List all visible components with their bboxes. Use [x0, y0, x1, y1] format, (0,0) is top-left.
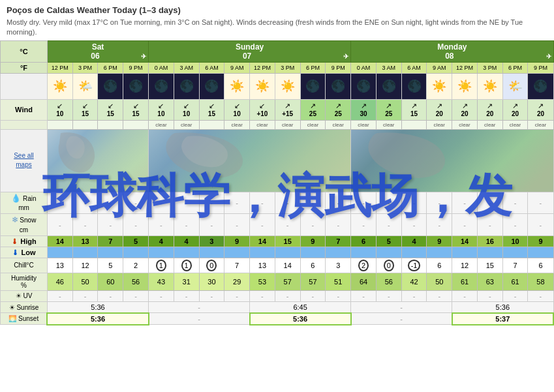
humidity-label: Humidity% — [1, 273, 48, 290]
time-mon-7: 6 PM — [502, 62, 528, 73]
weather-icons-row: ☀️ 🌤️ 🌑 🌑 🌑 🌑 🌑 ☀️ ☀️ ☀️ 🌑 🌑 🌑 🌑 🌑 ☀️ ☀️… — [1, 73, 554, 99]
weather-table: °C Sat06 ✈ Sunday07 ✈ Monday08 ✈ °F 12 P… — [0, 40, 554, 325]
see-all-maps[interactable]: See allmaps — [1, 129, 48, 192]
fahrenheit-unit[interactable]: °F — [1, 62, 48, 73]
time-sun-7: 6 PM — [300, 62, 326, 73]
time-sun-5: 12 PM — [250, 62, 275, 73]
rain-row: 💧 Rainmm - - - - - - - - - - - - - - - -… — [1, 192, 554, 214]
time-mon-2: 3 AM — [376, 62, 401, 73]
chill-row: Chill°C 13 12 5 2 1 1 0 7 13 14 6 3 2 0 … — [1, 258, 554, 273]
sunrise-label: ☀ Sunrise — [1, 301, 48, 313]
time-sat-1: 12 PM — [47, 62, 72, 73]
day-header-row: °C Sat06 ✈ Sunday07 ✈ Monday08 ✈ — [1, 40, 554, 62]
wind-desc-row: clear clear clear clear clear clear clea… — [1, 120, 554, 129]
map-row: See allmaps — [1, 129, 554, 192]
icons-label — [1, 73, 48, 99]
sat-header: Sat06 ✈ — [47, 40, 148, 62]
sunrise-row: ☀ Sunrise 5:36 - 6:45 - 5:36 — [1, 301, 554, 313]
time-sun-2: 3 AM — [174, 62, 199, 73]
time-mon-3: 6 AM — [401, 62, 427, 73]
snow-row: ❄ Snowcm - - - - - - - - - - - - - - - -… — [1, 214, 554, 236]
high-label: 🌡 High — [1, 235, 48, 247]
low-row: 🌡 Low — [1, 247, 554, 258]
uv-row: ☀ UV - - - - - - - - - - - - - - - - - -… — [1, 290, 554, 301]
high-row: 🌡 High 14 13 7 5 4 4 3 9 14 15 9 7 6 5 4… — [1, 235, 554, 247]
time-mon-8: 9 PM — [528, 62, 553, 73]
uv-label: ☀ UV — [1, 290, 48, 301]
mon-header: Monday08 ✈ — [351, 40, 553, 62]
time-sun-3: 6 AM — [199, 62, 224, 73]
time-sat-3: 6 PM — [98, 62, 123, 73]
time-sun-6: 3 PM — [275, 62, 300, 73]
sun-header: Sunday07 ✈ — [149, 40, 351, 62]
unit-label[interactable]: °C — [1, 40, 48, 62]
low-label: 🌡 Low — [1, 247, 48, 258]
time-mon-1: 0 AM — [351, 62, 377, 73]
rain-label: 💧 Rainmm — [1, 192, 48, 214]
header: Poços de Caldas Weather Today (1–3 days)… — [0, 0, 554, 40]
time-unit-row: °F 12 PM 3 PM 6 PM 9 PM 0 AM 3 AM 6 AM 9… — [1, 62, 554, 73]
humidity-row: Humidity% 46 50 60 56 43 31 30 29 53 57 … — [1, 273, 554, 290]
time-mon-5: 12 PM — [452, 62, 478, 73]
time-mon-4: 9 AM — [427, 62, 452, 73]
time-sat-2: 3 PM — [72, 62, 98, 73]
time-mon-6: 3 PM — [477, 62, 502, 73]
sunset-row: 🌅 Sunset 5:36 - 5:36 - 5:37 — [1, 313, 554, 325]
chill-label: Chill°C — [1, 258, 48, 273]
wind-label: Wind — [1, 99, 48, 120]
page-title: Poços de Caldas Weather Today (1–3 days) — [7, 5, 547, 15]
sunset-label: 🌅 Sunset — [1, 313, 48, 325]
header-description: Mostly dry. Very mild (max 17°C on Tue m… — [7, 18, 547, 38]
time-sun-8: 9 PM — [326, 62, 351, 73]
time-sun-4: 9 AM — [224, 62, 250, 73]
snow-label: ❄ Snowcm — [1, 214, 48, 236]
time-sun-1: 0 AM — [149, 62, 174, 73]
time-sat-4: 9 PM — [123, 62, 149, 73]
wind-row: Wind ↙10 ↙15 ↙15 ↙15 ↙10 ↙10 ↙15 ↙10 ↙+1… — [1, 99, 554, 120]
